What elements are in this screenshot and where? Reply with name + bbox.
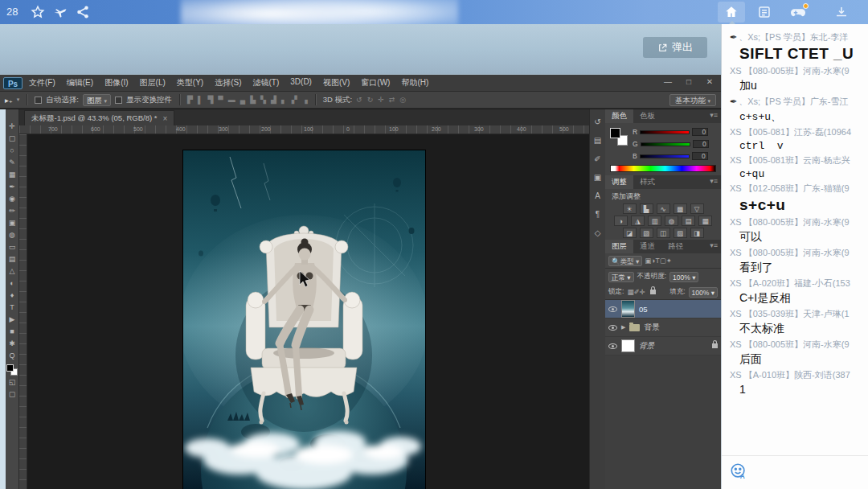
channel-slider[interactable] <box>640 130 690 134</box>
channel-value[interactable]: 0 <box>692 152 708 160</box>
games-icon[interactable] <box>789 5 807 19</box>
3d-roll-icon[interactable]: ↻ <box>367 96 374 104</box>
panel-menu-icon[interactable]: ▾≡ <box>706 240 721 253</box>
filter-smart-objects-icon[interactable]: ✦ <box>666 257 672 265</box>
auto-select-checkbox[interactable] <box>35 97 42 104</box>
tool-presets-icon[interactable]: ▤ <box>594 136 601 145</box>
screen-mode-icon[interactable]: ▢ <box>6 388 18 400</box>
tool-preset-caret-icon[interactable]: ▾ <box>17 97 20 103</box>
color-lookup-icon[interactable]: ▦ <box>698 216 712 226</box>
color-swatch-pair[interactable] <box>6 364 18 376</box>
align-bottom-edges-icon[interactable]: ▄ <box>240 96 245 104</box>
show-transform-checkbox[interactable] <box>115 97 122 104</box>
layer-name[interactable]: 05 <box>639 305 648 314</box>
color-balance-icon[interactable]: ◮ <box>631 216 645 226</box>
lasso-tool[interactable]: ○ <box>6 145 18 156</box>
zoom-tool[interactable]: Q <box>6 350 18 361</box>
panel-menu-icon[interactable]: ▾≡ <box>706 175 721 189</box>
clone-stamp-tool[interactable]: ▣ <box>6 217 18 228</box>
channel-slider[interactable] <box>641 142 690 146</box>
lock-position-icon[interactable]: ✛ <box>640 288 645 296</box>
layer-name[interactable]: 背景 <box>639 341 654 351</box>
channel-value[interactable]: 0 <box>692 128 708 136</box>
distribute-bottom-icon[interactable]: ▟ <box>271 96 276 104</box>
path-selection-tool[interactable]: ▶ <box>6 314 18 325</box>
menu-item[interactable]: 图层(L) <box>140 77 166 88</box>
photo-filter-icon[interactable]: ◍ <box>665 216 678 226</box>
align-left-edges-icon[interactable]: ▛ <box>187 96 193 104</box>
3d-rotate-icon[interactable]: ↺ <box>356 96 362 104</box>
layer-row[interactable]: ▶背景 <box>605 318 721 337</box>
filter-shape-layers-icon[interactable]: ▢ <box>660 257 666 265</box>
layer-thumbnail[interactable] <box>621 300 635 318</box>
align-horizontal-centers-icon[interactable]: ▬ <box>228 96 235 104</box>
home-icon[interactable] <box>724 5 739 19</box>
layer-filter-dropdown[interactable]: 🔍类型 ▾ <box>608 256 642 266</box>
distribute-right-icon[interactable]: ▗ <box>302 96 308 104</box>
align-top-edges-icon[interactable]: ▀ <box>218 96 223 104</box>
3d-drag-icon[interactable]: ✛ <box>378 96 384 104</box>
opacity-dropdown[interactable]: 100% ▾ <box>669 272 698 282</box>
auto-select-dropdown[interactable]: 图层 ▾ <box>83 94 111 106</box>
align-vertical-centers-icon[interactable]: ▌ <box>198 96 203 104</box>
canvas-artwork[interactable] <box>183 150 425 489</box>
document-tab[interactable]: 未标题-1.psd @ 43.3% (05, RGB/8) * × <box>24 110 174 125</box>
curves-icon[interactable]: ∿ <box>657 203 670 214</box>
chat-message-list[interactable]: ✒、Xs;【PS 学员】东北-李洋SIFLT CTET _UXS 【080-00… <box>722 27 868 452</box>
align-right-edges-icon[interactable]: ▜ <box>207 96 213 104</box>
healing-brush-tool[interactable]: ◉ <box>6 193 18 204</box>
move-tool[interactable]: ✛ <box>6 121 18 132</box>
share-icon[interactable] <box>76 5 90 19</box>
blend-mode-dropdown[interactable]: 正常 ▾ <box>608 272 634 282</box>
distribute-top-icon[interactable]: ▙ <box>250 96 256 104</box>
quick-mask-icon[interactable]: ◱ <box>6 376 18 388</box>
tab-layers-2[interactable]: 路径 <box>661 240 690 253</box>
menu-item[interactable]: 选择(S) <box>215 77 241 88</box>
levels-icon[interactable]: ▙ <box>640 203 653 214</box>
brightness-contrast-icon[interactable]: ☀ <box>623 203 637 214</box>
color-spectrum-ramp[interactable] <box>610 165 716 172</box>
shape-tool[interactable]: ■ <box>6 326 18 337</box>
visibility-eye-icon[interactable] <box>608 343 617 349</box>
marquee-tool[interactable]: ▢ <box>6 133 18 144</box>
menu-item[interactable]: 3D(D) <box>290 77 312 88</box>
close-button[interactable]: ✕ <box>703 77 716 86</box>
crop-tool[interactable]: ▦ <box>6 169 18 180</box>
workspace-dropdown[interactable]: 基本功能 ▾ <box>669 94 716 106</box>
airplane-icon[interactable] <box>53 5 68 19</box>
exposure-icon[interactable]: ▩ <box>674 203 687 214</box>
layer-row[interactable]: 背景 <box>605 337 721 355</box>
menu-item[interactable]: 窗口(W) <box>361 77 390 88</box>
threshold-icon[interactable]: ◫ <box>657 228 670 238</box>
dodge-tool[interactable]: ◐ <box>6 277 18 289</box>
distribute-left-icon[interactable]: ▖ <box>281 96 287 104</box>
fill-dropdown[interactable]: 100% ▾ <box>689 287 718 298</box>
minimize-button[interactable]: — <box>661 77 674 86</box>
invert-icon[interactable]: ◪ <box>623 228 637 238</box>
channel-slider[interactable] <box>640 154 690 158</box>
selective-color-icon[interactable]: ◨ <box>690 228 704 238</box>
tab-close-icon[interactable]: × <box>162 114 167 123</box>
brush-tool[interactable]: ✏ <box>6 205 18 216</box>
vibrance-icon[interactable]: ▽ <box>690 203 704 214</box>
layer-row[interactable]: 05 <box>605 300 721 318</box>
download-icon[interactable] <box>834 5 849 19</box>
lock-pixels-icon[interactable]: ✐ <box>633 288 639 296</box>
layer-name[interactable]: 背景 <box>644 323 659 333</box>
menu-item[interactable]: 视图(V) <box>323 77 350 88</box>
menu-item[interactable]: 帮助(H) <box>401 77 428 88</box>
lock-all-icon[interactable] <box>650 290 656 294</box>
tab-color-0[interactable]: 颜色 <box>605 109 633 123</box>
pen-tool[interactable]: ♦ <box>6 290 18 301</box>
emoji-smiley-icon[interactable]: A <box>730 462 747 480</box>
quick-selection-tool[interactable]: ✎ <box>6 157 18 168</box>
canvas-area[interactable] <box>27 134 589 489</box>
tab-color-1[interactable]: 色板 <box>633 109 661 123</box>
character-icon[interactable]: A <box>595 191 600 200</box>
posterize-icon[interactable]: ▨ <box>640 228 653 238</box>
history-icon[interactable]: ↺ <box>594 117 600 126</box>
hand-tool[interactable]: ✱ <box>6 338 18 349</box>
paragraph-icon[interactable]: ¶ <box>596 210 600 219</box>
hue-saturation-icon[interactable]: ◑ <box>614 216 628 226</box>
3d-panel-icon[interactable]: ◇ <box>595 228 601 237</box>
